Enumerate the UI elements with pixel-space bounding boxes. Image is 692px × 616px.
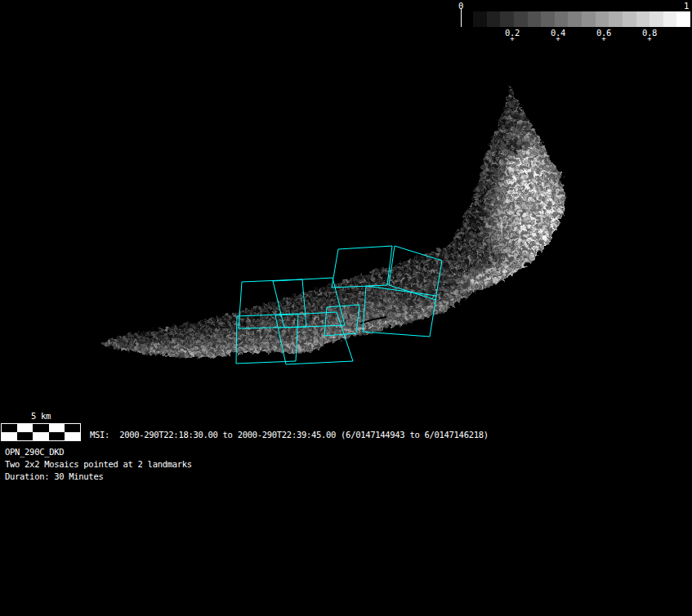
colorbar-step [663, 11, 677, 27]
surface-texture-dark [82, 74, 580, 376]
scalebar-cell [2, 432, 17, 440]
colorbar-step [650, 11, 663, 27]
scalebar-cell [33, 432, 48, 440]
scalebar-cell [49, 424, 65, 432]
scalebar-cell [33, 424, 48, 432]
colorbar-tick-mark: + [510, 35, 514, 42]
colorbar-step [623, 11, 636, 27]
scalebar-label: 5 km [31, 412, 51, 421]
colorbar-step [676, 11, 690, 27]
sequence-duration: Duration: 30 Minutes [5, 472, 103, 481]
colorbar-step [473, 11, 487, 27]
colorbar-tick-mark: + [556, 35, 560, 42]
status-line: MSI: 2000-290T22:18:30.00 to 2000-290T22… [90, 431, 489, 440]
scalebar-cell [65, 424, 80, 432]
colorbar-step [555, 11, 569, 27]
colorbar-max-label: 1 [684, 2, 689, 11]
colorbar-tick-mark: + [601, 35, 605, 42]
colorbar-step [541, 11, 555, 27]
scalebar-cell [17, 432, 33, 440]
sequence-id: OPN_290C_DKD [5, 448, 64, 457]
colorbar-step [514, 11, 528, 27]
scalebar-cell [17, 424, 33, 432]
scalebar [1, 423, 81, 441]
asteroid-scene [0, 0, 692, 616]
opnav-planning-display: 0 1 0.2+0.4+0.6+0.8+ 5 km MSI: 2000-290T… [0, 0, 692, 616]
colorbar-step [487, 11, 501, 27]
scalebar-cell [65, 432, 80, 440]
colorbar-tick-mark: + [647, 35, 651, 42]
colorbar-step [636, 11, 650, 27]
scalebar-cell [2, 424, 17, 432]
colorbar-step [582, 11, 596, 27]
colorbar-step [596, 11, 609, 27]
colorbar-zero-tick [461, 8, 462, 27]
colorbar-step [609, 11, 623, 27]
colorbar-step [528, 11, 542, 27]
scalebar-cell [49, 432, 65, 440]
colorbar-gradient [473, 11, 690, 27]
sequence-description: Two 2x2 Mosaics pointed at 2 landmarks [5, 460, 192, 469]
asteroid-image [82, 74, 583, 376]
colorbar-step [568, 11, 582, 27]
colorbar-step [500, 11, 514, 27]
